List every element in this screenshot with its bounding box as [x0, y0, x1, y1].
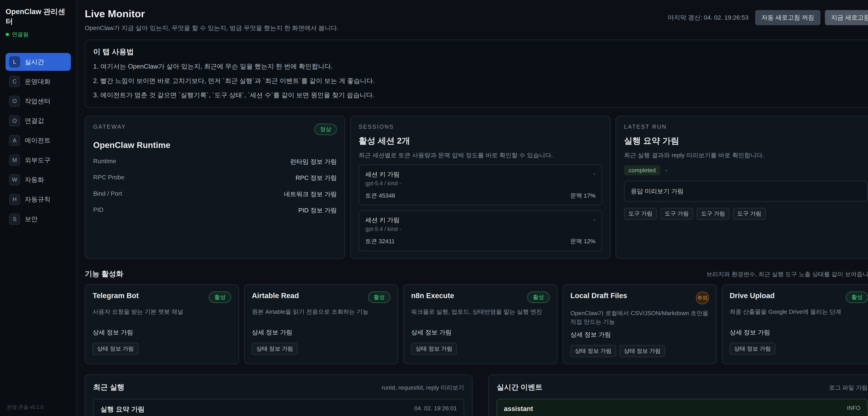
status-cards-row: GATEWAY 정상 OpenClaw Runtime Runtime 런타임 …	[85, 116, 868, 259]
feature-status-badge: 활성	[368, 292, 391, 303]
feature-title: Drive Upload	[730, 292, 775, 300]
event-entry-right: INFO 04. 02. 19:26:01	[820, 405, 860, 416]
gateway-label: GATEWAY	[93, 124, 126, 130]
sidebar-item-label: 자동규칙	[25, 195, 51, 204]
latest-run-tool-chips: 도구 가림 도구 가림 도구 가림 도구 가림	[624, 208, 868, 220]
workcenter-icon: O	[9, 96, 20, 107]
sidebar-item-label: 에이전트	[25, 136, 51, 145]
sidebar-item-label: 작업센터	[25, 97, 51, 106]
live-events-panel: 실시간 이벤트 로그 파일 가림 assistant 이벤트 내용 가림 INF…	[488, 375, 868, 416]
usage-line: 3. 에이전트가 멈춘 것 같으면 `실행기록`, `도구 상태`, `세션 수…	[93, 91, 868, 99]
features-title: 기능 활성화	[85, 269, 123, 279]
sidebar-nav: L 실시간 C 운영대화 O 작업센터 O 연결값 A 에이전트 M 외부도구	[5, 53, 71, 228]
feature-title: n8n Execute	[411, 292, 454, 300]
latest-run-label: LATEST RUN	[624, 124, 667, 130]
event-level: INFO	[820, 405, 860, 411]
latest-run-card-head: LATEST RUN	[624, 124, 868, 130]
sessions-card: SESSIONS 활성 세션 2개 최근 세션별로 토큰 사용량과 문맥 압박 …	[350, 116, 611, 259]
gateway-row-label: Bind / Port	[93, 190, 122, 199]
event-name: assistant	[504, 405, 551, 413]
auto-refresh-toggle-button[interactable]: 자동 새로고침 꺼짐	[755, 10, 820, 25]
session-dash: -	[593, 170, 595, 179]
feature-detail-link[interactable]: 상세 정보 가림	[93, 328, 231, 337]
status-chip: 상태 정보 가림	[411, 343, 457, 355]
tool-chip: 도구 가림	[696, 208, 730, 220]
session-item: 세션 키 가림 - gpt-5.4 / kind - 토큰 45348 문맥 1…	[359, 165, 602, 205]
refresh-now-button[interactable]: 지금 새로고침	[825, 10, 868, 25]
feature-detail-link[interactable]: 상세 정보 가림	[570, 331, 709, 339]
sidebar-item-label: 운영대화	[25, 77, 51, 86]
feature-card-head: n8n Execute 활성	[411, 292, 550, 303]
run-timestamp: 04. 02. 19:26:01	[414, 405, 457, 412]
gateway-row-label: PID	[93, 206, 103, 215]
session-item: 세션 키 가림 - gpt-5.4 / kind - 토큰 32411 문맥 1…	[359, 210, 602, 251]
sidebar-item-label: 연결값	[25, 117, 44, 125]
session-usage-row: 토큰 45348 문맥 17%	[365, 192, 595, 200]
sidebar-item-workcenter[interactable]: O 작업센터	[5, 92, 71, 110]
run-summary: 실행 요약 가림	[100, 405, 145, 414]
last-updated-text: 마지막 갱신: 04. 02. 19:26:53	[668, 13, 749, 22]
status-chip: 상태 정보 가림	[252, 343, 298, 355]
feature-status-badge: 활성	[527, 292, 550, 303]
sidebar-item-automation[interactable]: W 자동화	[5, 171, 71, 189]
session-meta: gpt-5.4 / kind -	[365, 226, 595, 232]
sidebar-item-label: 자동화	[25, 176, 44, 184]
feature-detail-link[interactable]: 상세 정보 가림	[730, 328, 868, 337]
feature-detail-link[interactable]: 상세 정보 가림	[252, 328, 391, 337]
sidebar-item-connections[interactable]: O 연결값	[5, 112, 71, 130]
session-key: 세션 키 가림	[365, 216, 400, 224]
feature-status-chips: 상태 정보 가림	[93, 343, 231, 355]
page-subtitle: OpenClaw가 지금 살아 있는지, 무엇을 할 수 있는지, 방금 무엇을…	[85, 24, 339, 32]
sidebar-item-conversations[interactable]: C 운영대화	[5, 72, 71, 91]
session-context: 문맥 12%	[570, 237, 595, 245]
page-header: Live Monitor OpenClaw가 지금 살아 있는지, 무엇을 할 …	[85, 8, 868, 32]
run-status-badge: completed	[624, 165, 660, 175]
live-events-head: 실시간 이벤트 로그 파일 가림	[497, 382, 868, 392]
sidebar-item-auto-rules[interactable]: H 자동규칙	[5, 190, 71, 209]
gateway-row-value: 네트워크 정보 가림	[284, 190, 337, 199]
feature-detail-link[interactable]: 상세 정보 가림	[411, 328, 550, 337]
feature-status-chips: 상태 정보 가림	[411, 343, 550, 355]
run-entry-head: 실행 요약 가림 runId 가림 04. 02. 19:26:01	[100, 405, 457, 416]
gateway-row-label: Runtime	[93, 158, 116, 166]
app-title: OpenClaw 관리센터	[5, 7, 71, 26]
event-entry: assistant 이벤트 내용 가림 INFO 04. 02. 19:26:0…	[497, 399, 868, 416]
usage-title: 이 탭 사용법	[93, 47, 868, 57]
sidebar-item-agents[interactable]: A 에이전트	[5, 131, 71, 150]
security-icon: S	[9, 213, 20, 225]
feature-warning-badge: 주의	[696, 292, 709, 304]
feature-status-chips: 상태 정보 가림	[730, 343, 868, 355]
gateway-row-rpc: RPC Probe RPC 정보 가림	[93, 174, 337, 182]
sidebar: OpenClaw 관리센터 연결됨 L 실시간 C 운영대화 O 작업센터 O …	[0, 0, 77, 416]
connection-status: 연결됨	[5, 31, 71, 38]
feature-card-head: Drive Upload 활성	[730, 292, 868, 303]
recent-runs-note: runId, requestId, reply 미리보기	[381, 384, 464, 392]
feature-card-n8n-execute: n8n Execute 활성 워크플로 실행, 업로드, 상태반영을 맡는 실행…	[403, 284, 557, 364]
gateway-row-value: 런타임 정보 가림	[290, 158, 337, 166]
feature-cards-row: Telegram Bot 활성 사용자 요청을 받는 기본 챗봇 채널 상세 정…	[85, 284, 868, 364]
usage-line: 2. 빨간 느낌이 보이면 바로 고치기보다, 먼저 `최근 실행`과 `최근 …	[93, 77, 868, 85]
auto-rules-icon: H	[9, 194, 20, 205]
sidebar-item-security[interactable]: S 보안	[5, 210, 71, 228]
feature-card-head: Telegram Bot 활성	[93, 292, 231, 303]
latest-run-card: LATEST RUN 실행 요약 가림 최근 실행 결과와 reply 미리보기…	[616, 116, 868, 259]
sidebar-item-label: 보안	[25, 215, 37, 224]
feature-card-local-draft-files: Local Draft Files 주의 OpenClaw가 로컬에서 CSV/…	[563, 284, 717, 364]
gateway-row-pid: PID PID 정보 가림	[93, 206, 337, 215]
gateway-status-badge: 정상	[314, 124, 337, 135]
sidebar-item-external-tools[interactable]: M 외부도구	[5, 151, 71, 169]
automation-icon: W	[9, 174, 20, 185]
session-item-head: 세션 키 가림 -	[365, 216, 595, 224]
latest-run-status-row: completed -	[624, 165, 868, 175]
gateway-row-value: RPC 정보 가림	[296, 174, 337, 182]
gateway-card: GATEWAY 정상 OpenClaw Runtime Runtime 런타임 …	[85, 116, 345, 259]
live-events-title: 실시간 이벤트	[497, 382, 542, 392]
live-events-note: 로그 파일 가림	[829, 384, 868, 392]
feature-card-telegram-bot: Telegram Bot 활성 사용자 요청을 받는 기본 챗봇 채널 상세 정…	[85, 284, 239, 364]
page-header-right: 마지막 갱신: 04. 02. 19:26:53 자동 새로고침 꺼짐 지금 새…	[668, 10, 868, 25]
sidebar-item-live[interactable]: L 실시간	[5, 53, 71, 71]
feature-title: Airtable Read	[252, 292, 299, 300]
live-icon: L	[9, 56, 20, 67]
status-chip: 상태 정보 가림	[570, 345, 616, 357]
sessions-card-head: SESSIONS	[359, 124, 602, 130]
